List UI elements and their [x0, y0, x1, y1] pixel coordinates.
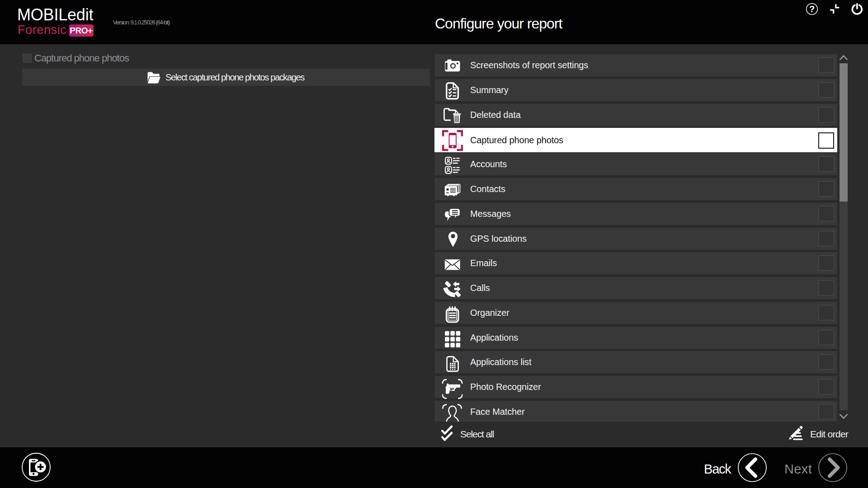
svg-text:?: ? — [809, 4, 815, 14]
